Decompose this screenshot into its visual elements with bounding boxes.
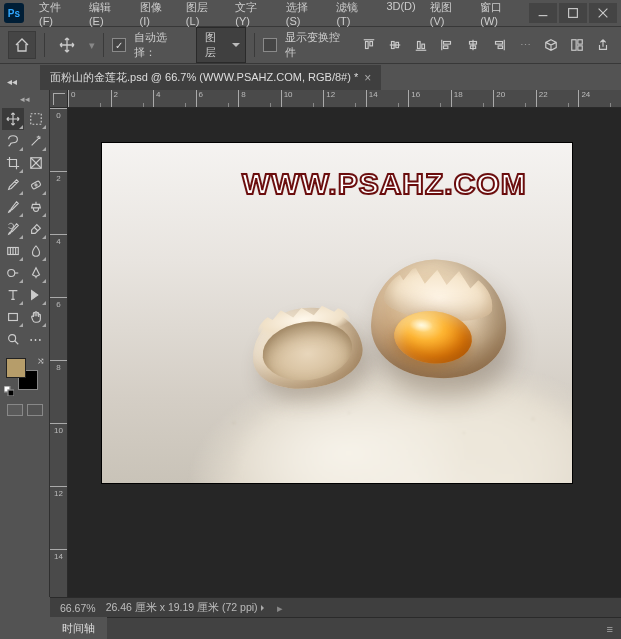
svg-rect-22: [572, 40, 576, 51]
color-swatches: ⤭: [2, 356, 47, 396]
close-button[interactable]: [589, 3, 617, 23]
auto-select-label: 自动选择：: [134, 30, 189, 60]
svg-rect-11: [418, 42, 421, 49]
svg-rect-25: [30, 114, 41, 125]
dodge-tool[interactable]: [2, 262, 24, 284]
svg-rect-20: [496, 42, 503, 45]
more-options-icon[interactable]: ⋯: [515, 35, 535, 55]
move-tool-icon: [53, 31, 81, 59]
home-button[interactable]: [8, 31, 36, 59]
align-hcenter-icon[interactable]: [463, 35, 483, 55]
marquee-tool[interactable]: [25, 108, 47, 130]
screen-modes: [2, 404, 47, 416]
brush-tool[interactable]: [2, 196, 24, 218]
gradient-tool[interactable]: [2, 240, 24, 262]
ruler-vertical[interactable]: 024681012141618: [50, 108, 68, 597]
path-tool[interactable]: [25, 284, 47, 306]
close-tab-icon[interactable]: ×: [364, 71, 371, 85]
move-tool[interactable]: [2, 108, 24, 130]
svg-rect-14: [444, 42, 451, 45]
menu-view[interactable]: 视图(V): [423, 0, 474, 31]
svg-rect-12: [422, 44, 425, 48]
auto-select-checkbox[interactable]: [112, 38, 126, 52]
flour-pile: [142, 303, 572, 483]
ruler-origin[interactable]: [50, 90, 68, 108]
menu-edit[interactable]: 编辑(E): [82, 0, 133, 31]
menu-layer[interactable]: 图层(L): [179, 0, 228, 31]
show-transform-label: 显示变换控件: [285, 30, 351, 60]
blur-tool[interactable]: [25, 240, 47, 262]
eraser-tool[interactable]: [25, 218, 47, 240]
foreground-color[interactable]: [6, 358, 26, 378]
document-canvas[interactable]: WWW.PSAHZ.COM: [102, 143, 572, 483]
align-right-icon[interactable]: [489, 35, 509, 55]
maximize-button[interactable]: [559, 3, 587, 23]
document-tabs: ◂◂ 面粉山的金莲花.psd @ 66.7% (WWW.PSAHZ.COM, R…: [0, 64, 621, 90]
collapse-toolbox-icon[interactable]: ◂◂: [4, 72, 20, 90]
eyedropper-tool[interactable]: [2, 174, 24, 196]
menu-filter[interactable]: 滤镜(T): [329, 0, 379, 31]
rectangle-tool[interactable]: [2, 306, 24, 328]
menu-file[interactable]: 文件(F): [32, 0, 82, 31]
watermark-text: WWW.PSAHZ.COM: [242, 167, 527, 201]
lasso-tool[interactable]: [2, 130, 24, 152]
window-controls: [527, 3, 617, 23]
svg-rect-23: [578, 40, 582, 44]
toolbox-collapse-icon[interactable]: ◂◂: [2, 94, 47, 104]
frame-tool[interactable]: [25, 152, 47, 174]
document-tab[interactable]: 面粉山的金莲花.psd @ 66.7% (WWW.PSAHZ.COM, RGB/…: [40, 65, 381, 90]
svg-line-39: [15, 341, 19, 345]
svg-rect-1: [569, 9, 578, 18]
standard-mode-icon[interactable]: [7, 404, 23, 416]
app-logo: Ps: [4, 3, 24, 23]
document-tab-title: 面粉山的金莲花.psd @ 66.7% (WWW.PSAHZ.COM, RGB/…: [50, 70, 358, 85]
auto-select-dropdown[interactable]: 图层: [196, 27, 246, 63]
show-transform-checkbox[interactable]: [263, 38, 277, 52]
work-area: ◂◂ ⋯ ⤭: [0, 90, 621, 597]
menu-window[interactable]: 窗口(W): [473, 0, 527, 31]
share-icon[interactable]: [593, 35, 613, 55]
toolbox: ◂◂ ⋯ ⤭: [0, 90, 50, 597]
svg-rect-21: [498, 46, 502, 49]
arrange-icon[interactable]: [567, 35, 587, 55]
3d-mode-icon[interactable]: [541, 35, 561, 55]
alignment-group: ⋯: [359, 35, 613, 55]
ruler-horizontal[interactable]: 024681012141618202224: [68, 90, 621, 108]
svg-rect-6: [370, 42, 373, 46]
timeline-panel: 时间轴 ≡: [50, 617, 621, 639]
crop-tool[interactable]: [2, 152, 24, 174]
options-bar: ▾ 自动选择： 图层 显示变换控件 ⋯: [0, 26, 621, 64]
type-tool[interactable]: [2, 284, 24, 306]
align-bottom-icon[interactable]: [411, 35, 431, 55]
align-left-icon[interactable]: [437, 35, 457, 55]
pen-tool[interactable]: [25, 262, 47, 284]
timeline-tab[interactable]: 时间轴: [50, 617, 107, 639]
doc-info[interactable]: 26.46 厘米 x 19.19 厘米 (72 ppi): [106, 601, 267, 615]
hand-tool[interactable]: [25, 306, 47, 328]
align-top-icon[interactable]: [359, 35, 379, 55]
default-colors-icon[interactable]: [4, 386, 14, 396]
magic-wand-tool[interactable]: [25, 130, 47, 152]
menu-type[interactable]: 文字(Y): [228, 0, 279, 31]
zoom-tool[interactable]: [2, 328, 24, 350]
quickmask-mode-icon[interactable]: [27, 404, 43, 416]
svg-rect-5: [366, 42, 369, 49]
edit-toolbar-icon[interactable]: ⋯: [25, 328, 47, 350]
status-bar: 66.67% 26.46 厘米 x 19.19 厘米 (72 ppi) ▸: [50, 597, 621, 617]
svg-rect-24: [578, 46, 582, 50]
clone-stamp-tool[interactable]: [25, 196, 47, 218]
svg-rect-41: [8, 390, 14, 396]
history-brush-tool[interactable]: [2, 218, 24, 240]
menu-image[interactable]: 图像(I): [133, 0, 179, 31]
menu-bar: 文件(F) 编辑(E) 图像(I) 图层(L) 文字(Y) 选择(S) 滤镜(T…: [32, 0, 527, 31]
menu-3d[interactable]: 3D(D): [379, 0, 422, 31]
canvas-area: 024681012141618202224 024681012141618 WW…: [50, 90, 621, 597]
panel-menu-icon[interactable]: ≡: [599, 623, 621, 635]
minimize-button[interactable]: [529, 3, 557, 23]
align-vcenter-icon[interactable]: [385, 35, 405, 55]
healing-tool[interactable]: [25, 174, 47, 196]
swap-colors-icon[interactable]: ⤭: [37, 356, 45, 366]
menu-select[interactable]: 选择(S): [279, 0, 330, 31]
zoom-level[interactable]: 66.67%: [60, 602, 96, 614]
title-bar: Ps 文件(F) 编辑(E) 图像(I) 图层(L) 文字(Y) 选择(S) 滤…: [0, 0, 621, 26]
